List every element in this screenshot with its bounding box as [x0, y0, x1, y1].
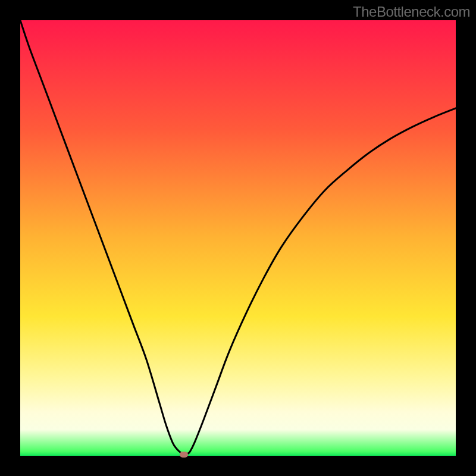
watermark-text: TheBottleneck.com	[353, 4, 470, 20]
plot-area	[20, 20, 456, 456]
chart-frame: TheBottleneck.com	[0, 0, 476, 476]
bottleneck-curve	[20, 20, 456, 456]
bottleneck-marker	[180, 452, 188, 458]
